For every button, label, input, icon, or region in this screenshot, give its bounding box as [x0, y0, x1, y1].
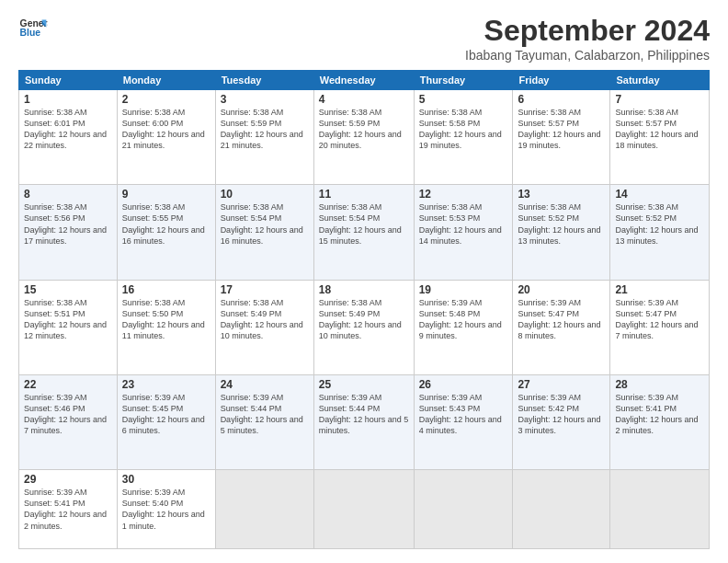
day-number: 13 [518, 188, 605, 201]
table-row: 13Sunrise: 5:38 AM Sunset: 5:52 PM Dayli… [513, 185, 610, 280]
day-number: 4 [319, 93, 409, 106]
table-row: 12Sunrise: 5:38 AM Sunset: 5:53 PM Dayli… [414, 185, 513, 280]
day-number: 23 [122, 378, 210, 391]
day-number: 26 [419, 378, 508, 391]
day-number: 1 [24, 93, 112, 106]
day-number: 15 [24, 283, 112, 296]
col-thursday: Thursday [414, 71, 513, 90]
day-info: Sunrise: 5:38 AM Sunset: 5:53 PM Dayligh… [419, 201, 508, 247]
day-info: Sunrise: 5:39 AM Sunset: 5:40 PM Dayligh… [122, 487, 210, 532]
day-info: Sunrise: 5:38 AM Sunset: 5:58 PM Dayligh… [419, 107, 508, 152]
table-row: 29Sunrise: 5:39 AM Sunset: 5:41 PM Dayli… [19, 470, 118, 549]
day-number: 29 [24, 473, 112, 486]
day-info: Sunrise: 5:39 AM Sunset: 5:48 PM Dayligh… [419, 297, 508, 342]
title-section: September 2024 Ibabang Tayuman, Calabarz… [465, 14, 710, 63]
day-number: 12 [419, 188, 508, 201]
day-number: 21 [615, 283, 704, 296]
calendar-week-row: 8Sunrise: 5:38 AM Sunset: 5:56 PM Daylig… [19, 185, 710, 280]
table-row: 19Sunrise: 5:39 AM Sunset: 5:48 PM Dayli… [414, 280, 513, 374]
day-info: Sunrise: 5:38 AM Sunset: 6:00 PM Dayligh… [122, 107, 210, 152]
calendar-header-row: Sunday Monday Tuesday Wednesday Thursday… [19, 71, 710, 90]
table-row: 2Sunrise: 5:38 AM Sunset: 6:00 PM Daylig… [117, 90, 215, 185]
day-info: Sunrise: 5:38 AM Sunset: 5:59 PM Dayligh… [221, 107, 309, 152]
table-row [610, 470, 710, 549]
table-row: 30Sunrise: 5:39 AM Sunset: 5:40 PM Dayli… [117, 470, 215, 549]
table-row: 17Sunrise: 5:38 AM Sunset: 5:49 PM Dayli… [215, 280, 313, 374]
table-row [414, 470, 513, 549]
day-info: Sunrise: 5:39 AM Sunset: 5:42 PM Dayligh… [518, 392, 605, 437]
day-info: Sunrise: 5:39 AM Sunset: 5:47 PM Dayligh… [518, 297, 605, 342]
table-row: 15Sunrise: 5:38 AM Sunset: 5:51 PM Dayli… [19, 280, 118, 374]
col-monday: Monday [117, 71, 215, 90]
day-info: Sunrise: 5:38 AM Sunset: 5:55 PM Dayligh… [122, 201, 210, 247]
day-info: Sunrise: 5:38 AM Sunset: 5:54 PM Dayligh… [221, 201, 309, 247]
day-info: Sunrise: 5:39 AM Sunset: 5:47 PM Dayligh… [615, 297, 704, 342]
table-row: 4Sunrise: 5:38 AM Sunset: 5:59 PM Daylig… [313, 90, 414, 185]
day-info: Sunrise: 5:38 AM Sunset: 5:51 PM Dayligh… [24, 297, 112, 342]
calendar-week-row: 15Sunrise: 5:38 AM Sunset: 5:51 PM Dayli… [19, 280, 710, 374]
calendar-week-row: 22Sunrise: 5:39 AM Sunset: 5:46 PM Dayli… [19, 374, 710, 469]
table-row: 3Sunrise: 5:38 AM Sunset: 5:59 PM Daylig… [215, 90, 313, 185]
table-row: 11Sunrise: 5:38 AM Sunset: 5:54 PM Dayli… [313, 185, 414, 280]
col-wednesday: Wednesday [313, 71, 414, 90]
day-number: 20 [518, 283, 605, 296]
table-row: 28Sunrise: 5:39 AM Sunset: 5:41 PM Dayli… [610, 374, 710, 469]
day-info: Sunrise: 5:38 AM Sunset: 5:52 PM Dayligh… [518, 201, 605, 247]
day-info: Sunrise: 5:38 AM Sunset: 5:57 PM Dayligh… [615, 107, 704, 152]
location: Ibabang Tayuman, Calabarzon, Philippines [465, 48, 710, 63]
table-row: 6Sunrise: 5:38 AM Sunset: 5:57 PM Daylig… [513, 90, 610, 185]
col-friday: Friday [513, 71, 610, 90]
day-info: Sunrise: 5:39 AM Sunset: 5:44 PM Dayligh… [319, 392, 409, 437]
day-number: 10 [221, 188, 309, 201]
header: General Blue September 2024 Ibabang Tayu… [18, 14, 710, 63]
day-number: 3 [221, 93, 309, 106]
table-row: 21Sunrise: 5:39 AM Sunset: 5:47 PM Dayli… [610, 280, 710, 374]
table-row: 18Sunrise: 5:38 AM Sunset: 5:49 PM Dayli… [313, 280, 414, 374]
table-row: 22Sunrise: 5:39 AM Sunset: 5:46 PM Dayli… [19, 374, 118, 469]
day-number: 30 [122, 473, 210, 486]
calendar-week-row: 1Sunrise: 5:38 AM Sunset: 6:01 PM Daylig… [19, 90, 710, 185]
month-title: September 2024 [465, 14, 710, 48]
day-info: Sunrise: 5:38 AM Sunset: 5:54 PM Dayligh… [319, 201, 409, 247]
day-number: 18 [319, 283, 409, 296]
table-row: 16Sunrise: 5:38 AM Sunset: 5:50 PM Dayli… [117, 280, 215, 374]
table-row: 20Sunrise: 5:39 AM Sunset: 5:47 PM Dayli… [513, 280, 610, 374]
calendar-week-row: 29Sunrise: 5:39 AM Sunset: 5:41 PM Dayli… [19, 470, 710, 549]
day-number: 25 [319, 378, 409, 391]
day-number: 2 [122, 93, 210, 106]
table-row: 5Sunrise: 5:38 AM Sunset: 5:58 PM Daylig… [414, 90, 513, 185]
day-info: Sunrise: 5:38 AM Sunset: 5:49 PM Dayligh… [221, 297, 309, 342]
col-saturday: Saturday [610, 71, 710, 90]
day-number: 28 [615, 378, 704, 391]
day-info: Sunrise: 5:39 AM Sunset: 5:43 PM Dayligh… [419, 392, 508, 437]
col-tuesday: Tuesday [215, 71, 313, 90]
day-info: Sunrise: 5:39 AM Sunset: 5:41 PM Dayligh… [24, 487, 112, 532]
table-row: 26Sunrise: 5:39 AM Sunset: 5:43 PM Dayli… [414, 374, 513, 469]
day-number: 24 [221, 378, 309, 391]
day-info: Sunrise: 5:38 AM Sunset: 5:57 PM Dayligh… [518, 107, 605, 152]
day-info: Sunrise: 5:38 AM Sunset: 6:01 PM Dayligh… [24, 107, 112, 152]
table-row: 25Sunrise: 5:39 AM Sunset: 5:44 PM Dayli… [313, 374, 414, 469]
day-number: 22 [24, 378, 112, 391]
calendar-table: Sunday Monday Tuesday Wednesday Thursday… [18, 70, 710, 549]
day-info: Sunrise: 5:39 AM Sunset: 5:45 PM Dayligh… [122, 392, 210, 437]
day-number: 6 [518, 93, 605, 106]
day-info: Sunrise: 5:39 AM Sunset: 5:41 PM Dayligh… [615, 392, 704, 437]
col-sunday: Sunday [19, 71, 118, 90]
day-number: 27 [518, 378, 605, 391]
logo: General Blue [18, 14, 48, 43]
day-number: 11 [319, 188, 409, 201]
day-number: 8 [24, 188, 112, 201]
day-info: Sunrise: 5:38 AM Sunset: 5:56 PM Dayligh… [24, 201, 112, 247]
table-row: 1Sunrise: 5:38 AM Sunset: 6:01 PM Daylig… [19, 90, 118, 185]
table-row: 14Sunrise: 5:38 AM Sunset: 5:52 PM Dayli… [610, 185, 710, 280]
table-row: 27Sunrise: 5:39 AM Sunset: 5:42 PM Dayli… [513, 374, 610, 469]
day-number: 17 [221, 283, 309, 296]
day-number: 19 [419, 283, 508, 296]
day-info: Sunrise: 5:38 AM Sunset: 5:52 PM Dayligh… [615, 201, 704, 247]
table-row: 7Sunrise: 5:38 AM Sunset: 5:57 PM Daylig… [610, 90, 710, 185]
table-row: 9Sunrise: 5:38 AM Sunset: 5:55 PM Daylig… [117, 185, 215, 280]
day-info: Sunrise: 5:38 AM Sunset: 5:50 PM Dayligh… [122, 297, 210, 342]
logo-icon: General Blue [18, 14, 48, 43]
table-row: 10Sunrise: 5:38 AM Sunset: 5:54 PM Dayli… [215, 185, 313, 280]
